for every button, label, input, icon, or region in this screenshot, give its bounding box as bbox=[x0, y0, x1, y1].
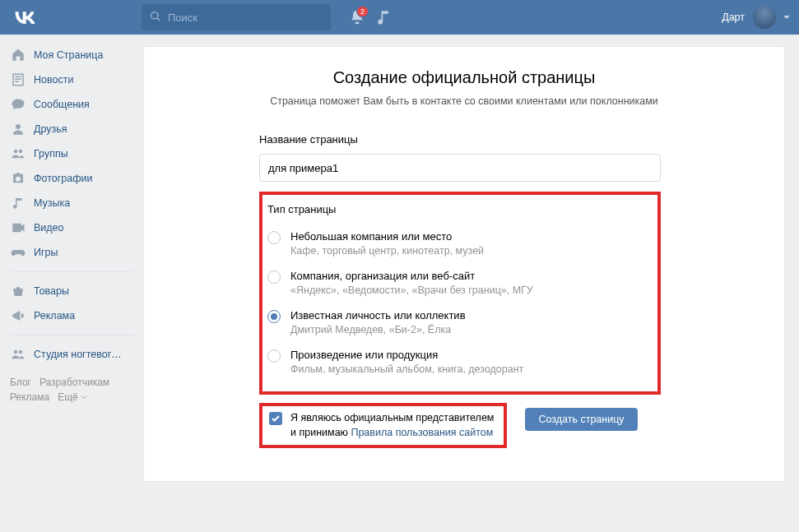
search-box[interactable] bbox=[142, 4, 331, 30]
sidebar-item-market[interactable]: Товары bbox=[0, 279, 135, 303]
check-icon bbox=[272, 414, 280, 423]
agree-highlight-box: Я являюсь официальным представителем и п… bbox=[259, 403, 507, 448]
agree-checkbox[interactable] bbox=[269, 412, 282, 425]
music-icon bbox=[10, 195, 26, 211]
sidebar-item-label: Новости bbox=[34, 74, 73, 86]
sidebar-item-studio[interactable]: Студия ногтевог… bbox=[0, 342, 135, 367]
radio-icon bbox=[267, 349, 281, 363]
type-highlight-box: Тип страницы Небольшая компания или мест… bbox=[259, 192, 661, 395]
sidebar-item-music[interactable]: Музыка bbox=[0, 191, 135, 215]
chevron-down-icon bbox=[783, 13, 791, 21]
footer-ads[interactable]: Реклама bbox=[10, 391, 49, 403]
page-type-option-0[interactable]: Небольшая компания или местоКафе, торгов… bbox=[267, 225, 653, 265]
ads-icon bbox=[10, 308, 26, 324]
footer-links: Блог Разработчикам Реклама Ещё bbox=[0, 367, 135, 403]
footer-more[interactable]: Ещё bbox=[58, 391, 87, 403]
page-name-input[interactable] bbox=[259, 154, 661, 182]
option-desc: Фильм, музыкальный альбом, книга, дезодо… bbox=[290, 363, 523, 375]
sidebar-item-messages[interactable]: Сообщения bbox=[0, 92, 135, 117]
sidebar-item-groups[interactable]: Группы bbox=[0, 141, 135, 166]
page-type-option-1[interactable]: Компания, организация или веб-сайт«Яндек… bbox=[267, 265, 653, 304]
page-type-option-3[interactable]: Произведение или продукцияФильм, музыкал… bbox=[267, 344, 653, 383]
sidebar-item-label: Товары bbox=[34, 285, 69, 297]
news-icon bbox=[10, 72, 26, 88]
notification-badge: 2 bbox=[356, 6, 369, 17]
sidebar-item-video[interactable]: Видео bbox=[0, 215, 135, 240]
agree-text: Я являюсь официальным представителем и п… bbox=[290, 411, 494, 440]
games-icon bbox=[10, 244, 26, 261]
avatar bbox=[753, 6, 776, 29]
sidebar-item-home[interactable]: Моя Страница bbox=[0, 43, 135, 67]
sidebar-item-label: Реклама bbox=[34, 310, 75, 322]
option-title: Произведение или продукция bbox=[290, 349, 523, 361]
market-icon bbox=[10, 283, 26, 299]
sidebar-item-label: Друзья bbox=[34, 123, 67, 135]
option-title: Известная личность или коллектив bbox=[290, 309, 466, 322]
user-menu[interactable]: Дарт bbox=[722, 6, 791, 29]
sidebar-item-label: Музыка bbox=[34, 197, 70, 209]
type-label: Тип страницы bbox=[267, 203, 653, 215]
create-page-button[interactable]: Создать страницу bbox=[525, 408, 637, 431]
footer-blog[interactable]: Блог bbox=[10, 377, 31, 388]
option-desc: Дмитрий Медведев, «Би-2», Ёлка bbox=[290, 324, 466, 335]
search-icon bbox=[150, 11, 161, 25]
sidebar-item-label: Моя Страница bbox=[34, 49, 103, 61]
home-icon bbox=[10, 47, 26, 63]
terms-link[interactable]: Правила пользования сайтом bbox=[351, 427, 493, 438]
header: 2 Дарт bbox=[0, 0, 799, 35]
page-title: Создание официальной страницы bbox=[144, 47, 784, 95]
sidebar-item-friends[interactable]: Друзья bbox=[0, 117, 135, 141]
footer-dev[interactable]: Разработчикам bbox=[39, 377, 109, 388]
option-title: Компания, организация или веб-сайт bbox=[290, 270, 533, 282]
notifications-icon[interactable]: 2 bbox=[344, 4, 370, 30]
sidebar: Моя СтраницаНовостиСообщенияДрузьяГруппы… bbox=[0, 35, 135, 482]
music-icon[interactable] bbox=[370, 4, 397, 30]
friends-icon bbox=[10, 121, 26, 137]
sidebar-item-news[interactable]: Новости bbox=[0, 67, 135, 92]
username-label: Дарт bbox=[722, 12, 745, 23]
option-desc: Кафе, торговый центр, кинотеатр, музей bbox=[290, 245, 484, 257]
search-input[interactable] bbox=[168, 12, 323, 24]
vk-logo[interactable] bbox=[13, 6, 36, 29]
radio-icon bbox=[267, 310, 281, 323]
radio-icon bbox=[267, 231, 281, 244]
sidebar-item-label: Группы bbox=[34, 148, 68, 160]
photos-icon bbox=[10, 170, 26, 187]
sidebar-item-label: Игры bbox=[34, 247, 58, 258]
page-type-option-2[interactable]: Известная личность или коллективДмитрий … bbox=[267, 304, 653, 344]
sidebar-item-photos[interactable]: Фотографии bbox=[0, 166, 135, 191]
sidebar-item-ads[interactable]: Реклама bbox=[0, 303, 135, 328]
option-title: Небольшая компания или место bbox=[290, 230, 484, 243]
sidebar-item-label: Фотографии bbox=[34, 173, 92, 184]
radio-icon bbox=[267, 271, 281, 284]
option-desc: «Яндекс», «Ведомости», «Врачи без границ… bbox=[290, 285, 533, 296]
sidebar-item-label: Видео bbox=[34, 222, 64, 234]
video-icon bbox=[10, 220, 26, 236]
main-panel: Создание официальной страницы Страница п… bbox=[143, 46, 785, 482]
sidebar-item-label: Студия ногтевог… bbox=[34, 349, 122, 360]
studio-icon bbox=[10, 346, 26, 363]
sidebar-item-games[interactable]: Игры bbox=[0, 240, 135, 265]
page-subtitle: Страница поможет Вам быть в контакте со … bbox=[144, 95, 784, 117]
name-label: Название страницы bbox=[259, 133, 661, 146]
sidebar-item-label: Сообщения bbox=[34, 99, 90, 110]
messages-icon bbox=[10, 96, 26, 113]
groups-icon bbox=[10, 146, 26, 162]
